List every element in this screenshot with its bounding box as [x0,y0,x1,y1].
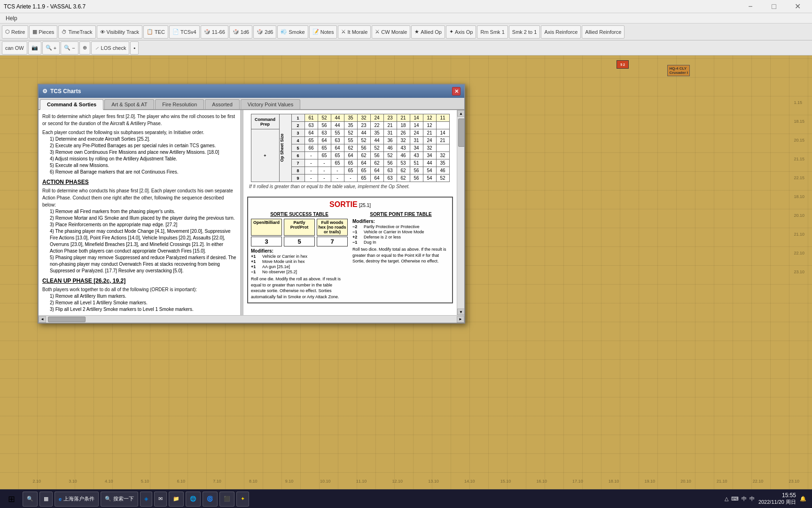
fire-mod-3: +2Defense is 2 or less [352,235,449,239]
zoom-out-button[interactable]: 🔍− [61,41,78,55]
notes-button[interactable]: 📝 Notes [309,25,337,39]
game-area[interactable]: HQ-4 CLYCrusader I 5 2 2.10 3.10 4.10 5.… [0,56,812,491]
taskbar-files[interactable]: 📁 [169,492,184,507]
tray-icon-1: △ [725,496,728,502]
taskbar-mail[interactable]: ✉ [154,492,167,507]
sortie-title: SORTIE [329,200,358,208]
tcsv4-icon: 📄 [172,29,179,35]
maximize-button[interactable]: □ [763,0,785,13]
dice1d6-button[interactable]: 🎲 1d6 [229,25,252,39]
titlebar-controls: − □ ✕ [740,0,808,13]
tab-victory-point[interactable]: Victory Point Values [241,99,300,109]
taskbar: ⊞ 🔍 ▦ e 上海落户条件 🔍 搜索一下 ◈ ✉ 📁 🌐 🌀 ⬛ ✦ △ ⌨ … [0,489,812,508]
dice1166-button[interactable]: 🎲 11-66 [201,25,228,39]
fire-mods: Modifiers: −2Partly Protective or Protec… [352,219,449,245]
pieces-button[interactable]: ▦ Pieces [29,25,57,39]
smk-2to1-button[interactable]: Smk 2 to 1 [509,25,540,39]
allied-op-icon: ★ [414,29,419,35]
tcsv4-button[interactable]: 📄 TCSv4 [169,25,200,39]
taskbar-right: △ ⌨ 中 中 15:55 2022/11/20 周日 🔔 [725,492,810,506]
ime-icon: 中 [742,495,747,502]
scroll-thumb[interactable] [458,119,464,147]
browser2-icon: 🌐 [190,496,196,502]
action-phases-title: ACTION PHASES [42,178,236,186]
retire-icon: ⬡ [5,29,10,35]
fire-text: Roll two dice. Modify total as above. If… [352,246,449,264]
taskbar-app2[interactable]: 🌀 [203,492,218,507]
search-btn-icon: 🔍 [105,496,111,502]
windows-icon: ⊞ [8,494,15,504]
scroll-right-button[interactable]: ► [457,316,464,323]
success-mods: Modifiers: +1Vehicle or Carrier in hex +… [251,248,348,274]
taskbar-capture[interactable]: ⬛ [219,492,234,507]
snapshot-button[interactable]: 📷 [28,41,41,55]
col1-label: Open/Billiard [251,219,282,236]
cw-morale-icon: ⚔ [375,29,380,35]
allied-op-button[interactable]: ★ Allied Op [411,25,445,39]
col2-label: Partly Prot/Prot [284,219,315,236]
los-check-button[interactable]: ⟋ LOS check [91,41,130,55]
rm-smk1-button[interactable]: Rm Smk 1 [477,25,508,39]
tab-fire-resolution[interactable]: Fire Resolution [155,99,204,109]
minimize-button[interactable]: − [740,0,761,13]
tec-icon: 📋 [147,29,153,35]
tab-command-sorties[interactable]: Command & Sorties [40,99,103,110]
dialog-close-button[interactable]: ✕ [452,87,461,95]
zoom-in-button[interactable]: 🔍+ [42,41,60,55]
taskbar-search[interactable]: 🔍 [23,492,38,507]
menubar: Help [0,13,812,24]
smoke-button[interactable]: 💨 Smoke [277,25,308,39]
cw-morale-button[interactable]: ⚔ CW Morale [372,25,410,39]
search-icon: 🔍 [27,496,33,502]
left-panel[interactable]: Roll to determine which player fires fir… [39,110,241,315]
zoom-out-icon: 🔍 [64,45,70,51]
dice2d6-button[interactable]: 🎲 2d6 [253,25,276,39]
tcs-charts-dialog: ⚙ TCS Charts ✕ Command & Sorties Art & S… [38,84,465,324]
taskbar-note[interactable]: ✦ [236,492,249,507]
tab-assorted[interactable]: Assorted [205,99,239,109]
timetrack-button[interactable]: ⏱ TimeTrack [58,25,95,39]
menu-help[interactable]: Help [2,14,21,23]
taskbar-search-btn[interactable]: 🔍 搜索一下 [101,492,138,507]
titlebar-close-button[interactable]: ✕ [787,0,808,13]
pieces-icon: ▦ [32,29,37,35]
clock-time: 15:55 [758,492,796,499]
zoom-reset-button[interactable]: ⊕ [79,41,90,55]
vertical-scrollbar[interactable]: ▲ ▼ [457,110,464,315]
allied-reinforce-button[interactable]: Allied Reinforce [582,25,625,39]
scroll-left-button[interactable]: ◄ [39,316,46,323]
tec-button[interactable]: 📋 TEC [143,25,168,39]
taskbar-ie[interactable]: e 上海落户条件 [55,492,99,507]
widgets-icon: ▦ [44,496,48,502]
can-ow-button[interactable]: can OW [2,41,27,55]
tab-art-spot-at[interactable]: Art & Spot & AT [104,99,154,109]
camera-icon: 📷 [31,45,38,51]
mail-icon: ✉ [158,496,163,502]
dialog-title-icon: ⚙ [42,88,47,95]
axis-op-button[interactable]: ✦ Axis Op [446,25,476,39]
it-morale-button[interactable]: ⚔ It Morale [338,25,371,39]
col2-value: 5 [284,237,315,246]
scroll-up-button[interactable]: ▲ [457,110,464,117]
hscroll-thumb[interactable] [48,317,86,322]
taskbar-clock[interactable]: 15:55 2022/11/20 周日 [758,492,796,506]
taskbar-widgets[interactable]: ▦ [39,492,53,507]
action-list: 1) Remove all Fired markers from the pha… [42,208,236,274]
visibility-icon: 👁 [100,29,105,35]
start-button[interactable]: ⊞ [2,492,21,507]
scroll-down-button[interactable]: ▼ [457,309,464,315]
right-panel[interactable]: Command Prep Op Sheet Size 1 61 52 44 35… [243,110,457,315]
it-morale-icon: ⚔ [341,29,346,35]
visibility-track-button[interactable]: 👁 Visibility Track [97,25,142,39]
taskbar-browser2[interactable]: 🌐 [186,492,201,507]
marker-button[interactable]: ▪ [130,41,139,55]
taskbar-edge[interactable]: ◈ [140,492,152,507]
dialog-titlebar[interactable]: ⚙ TCS Charts ✕ [39,85,464,98]
horizontal-scrollbar[interactable]: ◄ ► [39,315,464,323]
dialog-content: Roll to determine which player fires fir… [39,110,464,315]
notification-icon[interactable]: 🔔 [800,496,806,502]
fire-mod-1: −2Partly Protective or Protective [352,224,449,229]
retire-button[interactable]: ⬡ Retire [2,25,28,39]
capture-icon: ⬛ [224,496,230,502]
axis-reinforce-button[interactable]: Axis Reinforce [541,25,581,39]
